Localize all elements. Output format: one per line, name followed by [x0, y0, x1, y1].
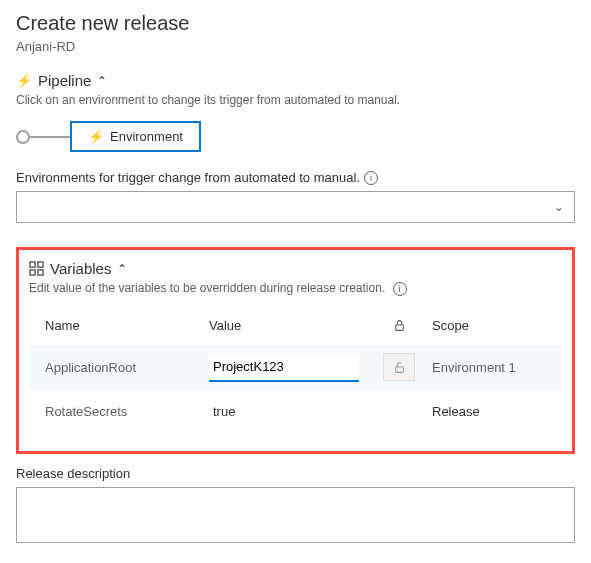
environment-node-label: Environment: [110, 129, 183, 144]
chevron-up-icon[interactable]: ⌃: [117, 262, 127, 276]
environment-node[interactable]: ⚡ Environment: [70, 121, 201, 152]
lock-cell: [374, 353, 424, 381]
chevron-down-icon: ⌄: [554, 200, 564, 214]
svg-rect-3: [38, 270, 43, 275]
svg-rect-4: [395, 325, 403, 330]
flow-connector: [30, 136, 70, 138]
release-description-input[interactable]: [16, 487, 575, 543]
lock-toggle[interactable]: [383, 353, 415, 381]
variable-value[interactable]: true: [209, 398, 374, 425]
variable-value-input[interactable]: [209, 353, 359, 382]
svg-rect-2: [30, 270, 35, 275]
svg-rect-0: [30, 262, 35, 267]
lock-icon: [393, 319, 406, 332]
pipeline-desc: Click on an environment to change its tr…: [16, 93, 575, 107]
variable-name: RotateSecrets: [39, 404, 209, 419]
svg-rect-5: [395, 367, 403, 372]
variable-name: ApplicationRoot: [39, 360, 209, 375]
release-definition-name: Anjani-RD: [16, 39, 575, 54]
release-description-label: Release description: [16, 466, 575, 481]
table-row[interactable]: ApplicationRoot Environment 1: [29, 345, 562, 390]
bolt-icon: ⚡: [16, 73, 32, 88]
env-trigger-label-text: Environments for trigger change from aut…: [16, 170, 360, 185]
unlock-icon: [393, 361, 406, 374]
pipeline-flow: ⚡ Environment: [16, 121, 575, 152]
chevron-up-icon[interactable]: ⌃: [97, 74, 107, 88]
variable-value-cell: [209, 353, 374, 382]
env-trigger-label: Environments for trigger change from aut…: [16, 170, 575, 185]
pipeline-section-header[interactable]: ⚡ Pipeline ⌃: [16, 72, 575, 89]
col-scope: Scope: [424, 318, 552, 333]
svg-rect-1: [38, 262, 43, 267]
pipeline-label: Pipeline: [38, 72, 91, 89]
col-value: Value: [209, 318, 374, 333]
variables-table: Name Value Scope ApplicationRoot: [29, 310, 562, 433]
info-icon[interactable]: i: [393, 282, 407, 296]
page-title: Create new release: [16, 12, 575, 35]
artifact-node[interactable]: [16, 130, 30, 144]
variables-table-header: Name Value Scope: [29, 310, 562, 345]
table-row[interactable]: RotateSecrets true Release: [29, 390, 562, 433]
env-trigger-dropdown[interactable]: ⌄: [16, 191, 575, 223]
variables-desc: Edit value of the variables to be overri…: [29, 281, 562, 296]
variables-desc-text: Edit value of the variables to be overri…: [29, 281, 385, 295]
col-name: Name: [39, 318, 209, 333]
grid-icon: [29, 261, 44, 276]
variables-section: Variables ⌃ Edit value of the variables …: [16, 247, 575, 454]
variable-scope: Environment 1: [424, 360, 552, 375]
variables-section-header[interactable]: Variables ⌃: [29, 260, 562, 277]
trigger-bolt-icon: ⚡: [88, 129, 104, 144]
variables-label: Variables: [50, 260, 111, 277]
col-lock: [374, 319, 424, 332]
info-icon[interactable]: i: [364, 171, 378, 185]
variable-scope: Release: [424, 404, 552, 419]
